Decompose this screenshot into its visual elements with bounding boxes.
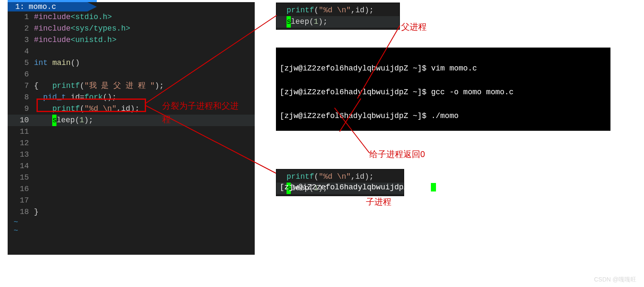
code-line[interactable]: 6 bbox=[8, 69, 255, 80]
cursor-icon: s bbox=[52, 115, 56, 126]
code-line[interactable]: 14 bbox=[8, 160, 255, 172]
cursor-icon: s bbox=[287, 16, 291, 28]
editor-tab[interactable]: 1: momo.c bbox=[8, 2, 87, 11]
tilde-empty: ~ bbox=[8, 218, 255, 226]
code-line[interactable]: 15 bbox=[8, 172, 255, 183]
terminal-cursor-icon bbox=[431, 183, 436, 191]
tab-filename: momo.c bbox=[29, 2, 56, 11]
code-line[interactable]: 2 #include<sys/types.h> bbox=[8, 23, 255, 34]
code-line[interactable]: 12 bbox=[8, 138, 255, 149]
code-line[interactable]: 11 bbox=[8, 126, 255, 138]
code-line[interactable]: 16 bbox=[8, 183, 255, 195]
code-line[interactable]: 3 #include<unistd.h> bbox=[8, 34, 255, 46]
tab-number: 1: bbox=[9, 2, 29, 11]
watermark: CSDN @嘎嘎旺 bbox=[594, 276, 636, 284]
terminal-output: 我 是 父 进 程 8343 bbox=[280, 134, 607, 146]
code-snippet-parent: printf("%d \n",id); sleep(1); bbox=[276, 3, 400, 30]
line-number: 1 bbox=[8, 11, 34, 23]
code-line[interactable]: 5 int main() bbox=[8, 57, 255, 69]
terminal-line: [zjw@iZ2zefol6hadylqbwuijdpZ ~]$ gcc -o … bbox=[280, 86, 607, 98]
code-line[interactable]: 7 { printf("我 是 父 进 程 "); bbox=[8, 80, 255, 92]
code-line[interactable]: 18} bbox=[8, 206, 255, 218]
code-line[interactable]: 4 bbox=[8, 46, 255, 57]
terminal-line: [zjw@iZ2zefol6hadylqbwuijdpZ ~]$ bbox=[280, 181, 607, 193]
terminal-output: 我 是 父 进 程 0 bbox=[280, 158, 607, 169]
tab-arrow-icon bbox=[87, 2, 97, 11]
code-line[interactable]: 17 bbox=[8, 195, 255, 206]
code-line-current[interactable]: 10 sleep(1); bbox=[8, 115, 255, 126]
annotation-parent: 父进程 bbox=[401, 21, 427, 33]
code-line[interactable]: 8 pid_t id=fork(); bbox=[8, 92, 255, 103]
code-editor[interactable]: 1: momo.c 1 #include<stdio.h> 2 #include… bbox=[8, 2, 255, 255]
terminal[interactable]: [zjw@iZ2zefol6hadylqbwuijdpZ ~]$ vim mom… bbox=[276, 48, 610, 131]
terminal-line: [zjw@iZ2zefol6hadylqbwuijdpZ ~]$ vim mom… bbox=[280, 62, 607, 74]
code-line[interactable]: 1 #include<stdio.h> bbox=[8, 11, 255, 23]
tilde-empty: ~ bbox=[8, 226, 255, 235]
code-line[interactable]: 13 bbox=[8, 149, 255, 160]
terminal-line: [zjw@iZ2zefol6hadylqbwuijdpZ ~]$ ./momo bbox=[280, 110, 607, 122]
code-line[interactable]: 9 printf("%d \n",id); bbox=[8, 103, 255, 115]
